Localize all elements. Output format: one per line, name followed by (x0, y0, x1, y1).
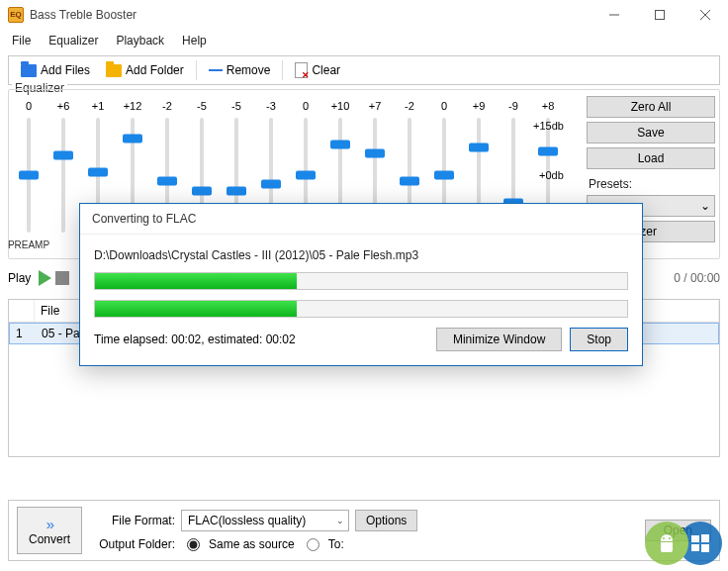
clear-label: Clear (312, 63, 340, 77)
close-window-button[interactable] (682, 0, 728, 30)
minimize-window-button[interactable] (592, 0, 637, 30)
clear-icon (295, 62, 308, 78)
db-zero-label: +0db (539, 169, 564, 181)
options-button[interactable]: Options (355, 510, 417, 531)
eq-band-value: +12 (124, 98, 142, 114)
minimize-dialog-button[interactable]: Minimize Window (436, 328, 562, 351)
eq-slider-thumb[interactable] (157, 176, 177, 185)
dialog-title: Converting to FLAC (80, 204, 642, 235)
output-folder-label: Output Folder: (92, 537, 175, 551)
to-folder-radio[interactable] (307, 538, 319, 551)
svg-rect-1 (656, 11, 665, 20)
svg-rect-6 (691, 535, 699, 542)
row-num: 1 (10, 324, 36, 343)
eq-band-value: +10 (331, 98, 350, 114)
eq-band-value: -5 (197, 98, 207, 114)
eq-slider-thumb[interactable] (365, 148, 385, 157)
col-num-header[interactable] (9, 300, 35, 322)
same-as-source-radio[interactable] (187, 538, 200, 551)
toolbar-separator (196, 60, 197, 80)
eq-band-value: +6 (57, 98, 70, 114)
stop-convert-button[interactable]: Stop (570, 328, 628, 351)
eq-slider-track[interactable] (27, 118, 31, 233)
play-label: Play (8, 271, 31, 285)
eq-slider-thumb[interactable] (469, 143, 489, 152)
eq-band-value: +7 (369, 98, 382, 114)
svg-point-4 (663, 537, 665, 539)
eq-slider-thumb[interactable] (19, 171, 39, 180)
eq-band-1[interactable]: +6 (47, 98, 79, 254)
eq-slider-thumb[interactable] (434, 171, 454, 180)
svg-rect-9 (701, 544, 709, 552)
svg-point-5 (669, 537, 671, 539)
convert-icon: » (46, 516, 52, 532)
same-as-source-label: Same as source (209, 537, 295, 551)
maximize-window-button[interactable] (637, 0, 682, 30)
eq-band-value: -5 (231, 98, 241, 114)
eq-slider-thumb[interactable] (88, 167, 108, 176)
progress-bar-total-fill (95, 301, 297, 317)
eq-slider-thumb[interactable] (123, 134, 142, 143)
android-icon (645, 522, 688, 565)
eq-slider-track[interactable] (61, 118, 65, 233)
eq-band-value: -3 (266, 98, 276, 114)
main-toolbar: Add Files Add Folder Remove Clear (8, 55, 720, 85)
add-files-label: Add Files (41, 63, 90, 77)
eq-slider-thumb[interactable] (227, 187, 246, 196)
menu-playback[interactable]: Playback (108, 31, 172, 50)
svg-rect-8 (691, 544, 699, 551)
menu-equalizer[interactable]: Equalizer (41, 31, 106, 50)
window-title: Bass Treble Booster (30, 8, 136, 22)
convert-button[interactable]: » Convert (17, 507, 82, 554)
eq-band-value: 0 (303, 98, 309, 114)
convert-label: Convert (29, 532, 70, 546)
save-eq-button[interactable]: Save (587, 122, 715, 143)
eq-band-value: 0 (26, 98, 32, 114)
menu-bar: File Equalizer Playback Help (0, 30, 728, 51)
folder-blue-icon (21, 64, 37, 77)
app-icon: EQ (8, 7, 24, 23)
add-files-button[interactable]: Add Files (15, 61, 96, 79)
stop-playback-button[interactable] (55, 271, 69, 285)
load-eq-button[interactable]: Load (587, 147, 715, 169)
time-display: 0 / 00:00 (674, 271, 720, 285)
progress-bar-file-fill (95, 273, 297, 289)
file-format-value: FLAC(lossless quality) (188, 514, 306, 527)
eq-slider-thumb[interactable] (400, 176, 419, 185)
eq-band-value: -2 (162, 98, 172, 114)
chevron-down-icon: ⌄ (336, 516, 344, 525)
bottom-bar: » Convert File Format: FLAC(lossless qua… (8, 500, 720, 561)
chevron-down-icon: ⌄ (700, 199, 710, 213)
eq-slider-thumb[interactable] (53, 151, 73, 160)
eq-band-value: -9 (508, 98, 518, 114)
remove-button[interactable]: Remove (203, 61, 277, 79)
eq-band-value: 0 (441, 98, 447, 114)
menu-file[interactable]: File (4, 31, 39, 50)
clear-button[interactable]: Clear (289, 60, 346, 80)
eq-band-0[interactable]: 0PREAMP (13, 98, 45, 254)
eq-band-value: +1 (92, 98, 105, 114)
time-elapsed-label: Time elapsed: 00:02, estimated: 00:02 (94, 333, 428, 346)
watermark (645, 522, 722, 565)
add-folder-button[interactable]: Add Folder (100, 61, 190, 79)
eq-band-label: PREAMP (8, 237, 49, 254)
file-format-label: File Format: (92, 514, 175, 527)
folder-yellow-icon (106, 64, 122, 77)
presets-label: Presets: (587, 177, 715, 191)
eq-slider-thumb[interactable] (296, 171, 316, 180)
eq-slider-thumb[interactable] (330, 140, 350, 148)
db-plus15-label: +15db (533, 120, 564, 132)
eq-band-value: +8 (542, 98, 555, 114)
toolbar-separator (282, 60, 283, 80)
zero-all-button[interactable]: Zero All (587, 96, 715, 118)
file-format-select[interactable]: FLAC(lossless quality) ⌄ (181, 510, 349, 531)
svg-rect-7 (701, 534, 709, 542)
convert-progress-dialog: Converting to FLAC D:\Downloads\Crystal … (79, 203, 643, 366)
eq-slider-thumb[interactable] (538, 146, 558, 155)
eq-slider-thumb[interactable] (192, 187, 212, 196)
add-folder-label: Add Folder (126, 63, 184, 77)
eq-slider-thumb[interactable] (261, 180, 281, 189)
remove-label: Remove (227, 63, 271, 77)
menu-help[interactable]: Help (174, 31, 215, 50)
play-button[interactable] (39, 270, 51, 286)
